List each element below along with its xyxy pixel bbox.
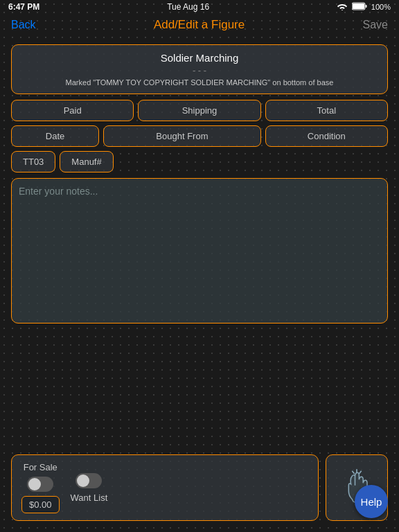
svg-line-4: [352, 471, 354, 474]
notes-container[interactable]: Enter your notes...: [11, 178, 388, 323]
total-button[interactable]: Total: [265, 100, 388, 121]
svg-line-5: [359, 471, 361, 474]
back-button[interactable]: Back: [11, 19, 36, 31]
info-row: Date Bought From Condition: [11, 125, 388, 147]
save-button[interactable]: Save: [363, 19, 388, 31]
figure-divider: - - -: [20, 65, 379, 76]
paid-button[interactable]: Paid: [11, 100, 134, 121]
bought-from-button[interactable]: Bought From: [103, 125, 261, 147]
battery-icon: [352, 2, 367, 12]
code-row: TT03 Manuf#: [11, 151, 388, 172]
page-title: Add/Edit a Figure: [154, 18, 245, 32]
for-sale-toggle-knob: [28, 478, 41, 490]
nav-bar: Back Add/Edit a Figure Save: [0, 14, 399, 39]
main-content: Soldier Marching - - - Marked "TOMMY TOY…: [0, 39, 399, 329]
for-sale-label: For Sale: [24, 462, 57, 472]
bottom-section: For Sale $0.00 Want List: [11, 454, 388, 521]
manuf-button[interactable]: Manuf#: [60, 151, 113, 172]
battery-level: 100%: [371, 3, 391, 11]
help-button[interactable]: Help: [355, 485, 388, 518]
shipping-button[interactable]: Shipping: [138, 100, 260, 121]
wifi-icon: [337, 2, 348, 12]
for-sale-section: For Sale $0.00: [21, 462, 60, 513]
status-bar: 6:47 PM Tue Aug 16 100%: [0, 0, 399, 14]
help-label: Help: [361, 496, 382, 508]
for-sale-box: For Sale $0.00 Want List: [11, 454, 319, 521]
code-tt03-button[interactable]: TT03: [11, 151, 55, 172]
condition-button[interactable]: Condition: [265, 125, 388, 147]
notes-placeholder: Enter your notes...: [19, 186, 380, 197]
for-sale-toggle[interactable]: [27, 477, 53, 492]
figure-name: Soldier Marching: [20, 52, 379, 64]
want-list-section: Want List: [71, 473, 108, 503]
want-list-toggle[interactable]: [76, 473, 102, 488]
want-list-toggle-knob: [77, 475, 89, 487]
price-row: Paid Shipping Total: [11, 100, 388, 121]
want-list-label: Want List: [71, 493, 108, 503]
svg-rect-2: [365, 5, 366, 8]
price-display[interactable]: $0.00: [21, 496, 60, 513]
status-time: 6:47 PM: [8, 2, 39, 12]
date-button[interactable]: Date: [11, 125, 99, 147]
figure-card: Soldier Marching - - - Marked "TOMMY TOY…: [11, 44, 388, 94]
status-date: Tue Aug 16: [167, 2, 209, 12]
svg-rect-1: [353, 3, 364, 9]
figure-marking: Marked "TOMMY TOY COPYRIGHT SOLDIER MARC…: [20, 78, 379, 87]
